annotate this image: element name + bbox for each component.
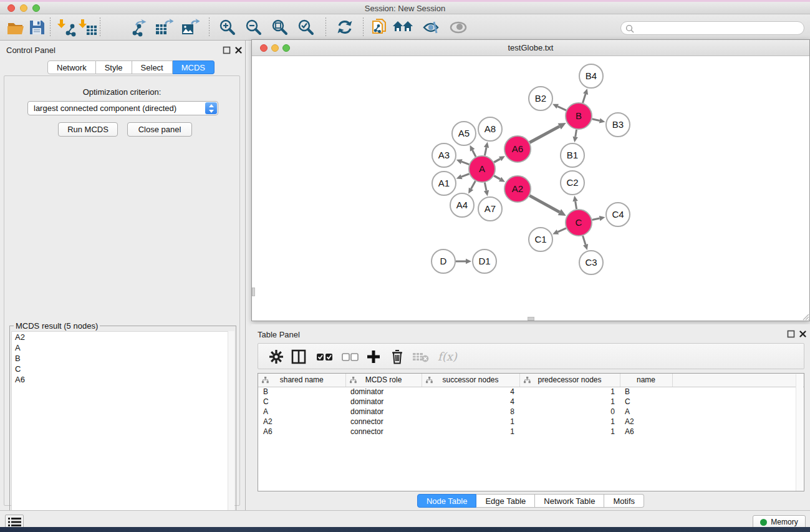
zoom-in-icon[interactable] — [218, 18, 237, 37]
graph-edge[interactable] — [583, 236, 586, 244]
graph-edge[interactable] — [473, 150, 476, 157]
zoom-selected-icon[interactable] — [297, 18, 316, 37]
export-network-icon[interactable] — [128, 18, 147, 37]
show-graphics-details-icon[interactable] — [422, 18, 440, 37]
attribute-icon — [426, 377, 433, 384]
optimization-criterion-select[interactable]: largest connected component (directed) — [27, 101, 218, 115]
column-header-predecessor-nodes[interactable]: predecessor nodes — [519, 374, 620, 387]
memory-label: Memory — [771, 518, 798, 526]
network-view-window: testGlobe.txt A5A8A6A3AA1A2A4A7B4B2BB3B1… — [251, 39, 810, 321]
graph-edge[interactable] — [485, 183, 486, 191]
list-item[interactable]: A6 — [12, 374, 228, 385]
graph-edge[interactable] — [529, 127, 559, 143]
tab-network[interactable]: Network — [47, 60, 96, 74]
delete-table-icon[interactable] — [412, 349, 428, 365]
table-row[interactable]: Adominator80A — [258, 407, 804, 417]
scrollbar-thumb[interactable] — [252, 288, 255, 296]
table-panel: Table Panel — [251, 324, 810, 510]
run-mcds-button[interactable]: Run MCDS — [58, 122, 118, 137]
import-table-icon[interactable] — [79, 18, 97, 37]
network-window-titlebar[interactable]: testGlobe.txt — [252, 40, 809, 56]
tab-style[interactable]: Style — [96, 60, 132, 74]
refresh-layout-icon[interactable] — [335, 18, 354, 37]
export-image-icon[interactable] — [181, 18, 200, 37]
delete-columns-icon[interactable] — [389, 349, 405, 365]
tab-network-table[interactable]: Network Table — [535, 494, 604, 508]
export-table-icon[interactable] — [155, 18, 173, 37]
graph-edge[interactable] — [485, 147, 486, 155]
graph-edge[interactable] — [494, 176, 500, 180]
node-label: A7 — [485, 203, 496, 214]
tab-motifs[interactable]: Motifs — [604, 494, 644, 508]
graph-edge[interactable] — [461, 174, 469, 177]
graph-edge[interactable] — [576, 201, 577, 210]
table-row[interactable]: A2connector11A2 — [258, 417, 804, 427]
node-label: A6 — [512, 143, 523, 154]
zoom-out-icon[interactable] — [244, 18, 263, 37]
graph-edge[interactable] — [592, 218, 600, 220]
column-header-mcds-role[interactable]: MCDS role — [345, 374, 422, 387]
panel-divider[interactable] — [245, 41, 246, 510]
window-title: Session: New Session — [0, 4, 810, 13]
graph-edge[interactable] — [576, 130, 577, 137]
column-layout-icon[interactable] — [291, 349, 307, 365]
graph-edge[interactable] — [557, 107, 566, 110]
tab-edge-table[interactable]: Edge Table — [476, 494, 535, 508]
close-panel-icon[interactable] — [799, 329, 807, 337]
tab-node-table[interactable]: Node Table — [417, 494, 477, 508]
function-builder-icon[interactable]: f(x) — [438, 350, 457, 363]
table-row[interactable]: Bdominator41B — [258, 387, 804, 397]
duplicate-network-icon[interactable] — [370, 18, 389, 37]
search-box[interactable] — [620, 21, 804, 35]
tab-select[interactable]: Select — [132, 60, 173, 74]
network-canvas[interactable]: A5A8A6A3AA1A2A4A7B4B2BB3B1C2C4CC1C3DD1 — [252, 56, 809, 321]
zoom-fit-icon[interactable] — [271, 18, 289, 37]
network-graph[interactable]: A5A8A6A3AA1A2A4A7B4B2BB3B1C2C4CC1C3DD1 — [252, 56, 809, 321]
node-label: B2 — [535, 93, 546, 104]
column-header-name[interactable]: name — [620, 374, 672, 387]
node-label: B — [576, 110, 582, 121]
graph-edge[interactable] — [461, 162, 469, 164]
toggle-bird-eye-icon[interactable] — [449, 18, 468, 37]
table-settings-icon[interactable] — [268, 349, 284, 365]
toolbar-separator — [50, 17, 51, 37]
graph-edge[interactable] — [557, 228, 566, 232]
import-network-icon[interactable] — [57, 18, 76, 37]
attribute-icon — [524, 377, 531, 384]
status-bar: Memory — [0, 510, 810, 529]
main-titlebar: Session: New Session — [0, 2, 810, 14]
column-header-shared-name[interactable]: shared name — [258, 374, 345, 387]
deselect-all-columns-icon[interactable] — [341, 349, 357, 365]
close-panel-icon[interactable] — [234, 46, 243, 54]
tab-mcds[interactable]: MCDS — [173, 60, 215, 74]
close-panel-button[interactable]: Close panel — [127, 122, 192, 137]
search-input[interactable] — [636, 22, 798, 34]
select-all-columns-icon[interactable] — [316, 349, 332, 365]
home-view-icon[interactable] — [393, 18, 412, 37]
graph-edge[interactable] — [529, 196, 559, 212]
scrollbar[interactable] — [228, 331, 234, 532]
edge-arrowhead-icon — [466, 259, 471, 264]
float-panel-icon[interactable] — [787, 329, 795, 337]
graph-edge[interactable] — [494, 159, 500, 163]
edge-arrowhead-icon — [599, 118, 605, 123]
list-item[interactable]: B — [12, 353, 228, 364]
scrollbar[interactable] — [796, 374, 803, 491]
list-item[interactable]: A — [12, 342, 228, 353]
list-item[interactable]: C — [12, 364, 228, 374]
list-item[interactable]: A2 — [12, 332, 228, 342]
table-row[interactable]: A6connector11A6 — [258, 427, 804, 437]
float-panel-icon[interactable] — [223, 46, 231, 54]
add-column-icon[interactable] — [365, 349, 382, 365]
graph-edge[interactable] — [583, 94, 586, 103]
node-table[interactable]: shared name MCDS role successor nodes pr… — [258, 373, 804, 491]
save-session-icon[interactable] — [27, 18, 46, 37]
resize-grip-icon[interactable] — [802, 313, 809, 321]
mcds-result-list[interactable]: A2 A B C A6 — [11, 331, 229, 532]
table-row[interactable]: Cdominator41C — [258, 397, 804, 407]
graph-edge[interactable] — [471, 181, 475, 188]
open-session-icon[interactable] — [6, 18, 25, 37]
scrollbar-thumb[interactable] — [528, 317, 534, 321]
graph-edge[interactable] — [592, 119, 599, 121]
column-header-successor-nodes[interactable]: successor nodes — [422, 374, 519, 387]
